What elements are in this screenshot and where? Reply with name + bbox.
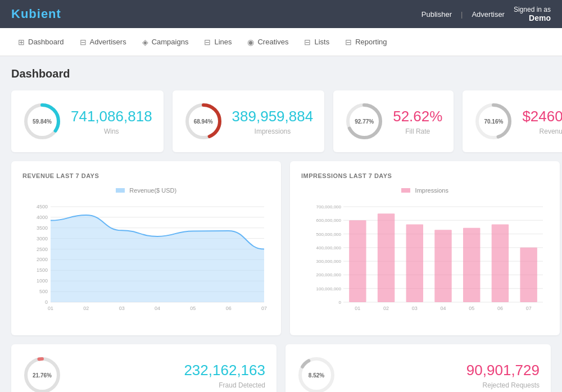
stat-value-revenue: $2460.46 (522, 108, 562, 125)
svg-text:04: 04 (155, 306, 160, 311)
svg-text:04: 04 (440, 306, 446, 311)
nav-icon: ⊟ (80, 38, 87, 47)
svg-text:01: 01 (48, 306, 53, 311)
svg-text:0: 0 (339, 300, 342, 305)
bottom-stat-fraud: 232,162,163 Fraud Detected (184, 362, 265, 389)
svg-rect-61 (463, 228, 480, 302)
stat-value-impressions: 389,959,884 (232, 108, 314, 125)
revenue-chart-card: REVENUE LAST 7 DAYS Revenue($ USD) 45004… (11, 161, 281, 335)
svg-text:3500: 3500 (37, 225, 48, 231)
nav-item-creatives[interactable]: ◉Creatives (241, 33, 295, 51)
donut-label-revenue: 70.16% (484, 118, 503, 125)
svg-rect-8 (116, 188, 125, 193)
stat-info-fill-rate: 52.62% Fill Rate (393, 108, 442, 135)
svg-rect-59 (434, 230, 451, 302)
svg-text:02: 02 (83, 306, 89, 311)
stat-info-revenue: $2460.46 Revenue (522, 108, 562, 135)
donut-fill-rate: 92.77% (345, 102, 384, 141)
donut-label-fill-rate: 92.77% (355, 118, 374, 125)
donut-label-wins: 59.84% (33, 118, 52, 125)
svg-text:4000: 4000 (37, 215, 48, 220)
donut-label-rejected: 8.52% (309, 372, 324, 379)
logo: Kubient (11, 7, 61, 21)
signed-in-info: Signed in as Demo (514, 6, 551, 22)
stat-card-impressions: 68.94% 389,959,884 Impressions (173, 90, 325, 152)
stat-value-fill-rate: 52.62% (393, 108, 442, 125)
svg-text:06: 06 (497, 306, 503, 311)
stat-card-revenue: 70.16% $2460.46 Revenue (463, 90, 562, 152)
svg-text:400,000,000: 400,000,000 (316, 245, 342, 250)
svg-text:100,000,000: 100,000,000 (316, 286, 342, 291)
stat-value-wins: 741,086,818 (71, 108, 152, 125)
svg-rect-63 (492, 225, 509, 302)
svg-text:500,000,000: 500,000,000 (316, 232, 342, 237)
svg-text:3000: 3000 (37, 236, 48, 241)
nav-icon: ◈ (142, 38, 148, 47)
stat-label-impressions: Impressions (232, 127, 314, 135)
user-name: Demo (514, 13, 551, 22)
svg-text:06: 06 (226, 306, 232, 311)
revenue-legend: Revenue($ USD) (129, 187, 176, 194)
top-bar-right: Publisher | Advertiser Signed in as Demo (422, 6, 551, 22)
nav-icon: ⊞ (18, 38, 25, 47)
nav-icon: ⊟ (304, 38, 311, 47)
impressions-chart-title: IMPRESSIONS LAST 7 DAYS (301, 172, 549, 179)
advertiser-link[interactable]: Advertiser (472, 10, 505, 19)
svg-text:07: 07 (261, 306, 267, 311)
charts-row: REVENUE LAST 7 DAYS Revenue($ USD) 45004… (11, 161, 551, 335)
stats-row: 59.84% 741,086,818 Wins 68.94% 389,959,8… (11, 90, 551, 152)
nav-item-reporting[interactable]: ⊟Reporting (338, 33, 393, 51)
bottom-card-fraud: 21.76% 232,162,163 Fraud Detected (11, 344, 277, 392)
svg-text:03: 03 (412, 306, 418, 311)
nav-item-lines[interactable]: ⊟Lines (197, 33, 238, 51)
revenue-chart-svg: 4500400035003000250020001500100050000102… (22, 198, 270, 322)
svg-rect-65 (520, 248, 537, 302)
svg-text:500: 500 (39, 289, 48, 294)
donut-revenue: 70.16% (474, 102, 513, 141)
donut-wins: 59.84% (22, 102, 62, 141)
svg-text:2500: 2500 (37, 247, 48, 252)
svg-text:1500: 1500 (37, 267, 48, 273)
page-title: Dashboard (11, 67, 551, 80)
svg-text:200,000,000: 200,000,000 (316, 272, 342, 277)
donut-label-fraud: 21.76% (33, 372, 52, 379)
svg-rect-57 (406, 225, 423, 302)
nav-item-campaigns[interactable]: ◈Campaigns (135, 33, 196, 51)
nav-item-advertisers[interactable]: ⊟Advertisers (73, 33, 133, 51)
bottom-stat-label-fraud: Fraud Detected (184, 381, 265, 389)
main-content: Dashboard 59.84% 741,086,818 Wins 68.94%… (0, 56, 562, 392)
stat-info-impressions: 389,959,884 Impressions (232, 108, 314, 135)
nav-item-lists[interactable]: ⊟Lists (297, 33, 336, 51)
stat-card-fill-rate: 92.77% 52.62% Fill Rate (333, 90, 454, 152)
revenue-chart-title: REVENUE LAST 7 DAYS (22, 172, 270, 179)
donut-fraud: 21.76% (22, 355, 62, 392)
bottom-stat-label-rejected: Rejected Requests (466, 381, 540, 389)
nav-icon: ◉ (247, 38, 254, 47)
svg-text:03: 03 (119, 306, 125, 311)
svg-text:300,000,000: 300,000,000 (316, 259, 342, 264)
donut-rejected: 8.52% (297, 355, 336, 392)
nav-bar: ⊞Dashboard⊟Advertisers◈Campaigns⊟Lines◉C… (0, 28, 562, 56)
logo-k: K (11, 7, 21, 21)
impressions-chart-svg: 700,000,000600,000,000500,000,000400,000… (301, 198, 549, 322)
stat-label-revenue: Revenue (522, 127, 562, 135)
bottom-card-rejected: 8.52% 90,901,729 Rejected Requests (285, 344, 551, 392)
svg-text:05: 05 (190, 306, 196, 311)
svg-text:600,000,000: 600,000,000 (316, 218, 342, 223)
svg-text:01: 01 (355, 306, 360, 311)
stat-card-wins: 59.84% 741,086,818 Wins (11, 90, 164, 152)
svg-rect-36 (401, 188, 410, 193)
divider: | (461, 10, 463, 19)
svg-text:1000: 1000 (37, 278, 48, 284)
impressions-legend: Impressions (415, 187, 448, 194)
donut-label-impressions: 68.94% (194, 118, 213, 125)
bottom-row: 21.76% 232,162,163 Fraud Detected 8.52% … (11, 344, 551, 392)
svg-rect-53 (349, 220, 366, 302)
nav-icon: ⊟ (345, 38, 352, 47)
impressions-chart-card: IMPRESSIONS LAST 7 DAYS Impressions 700,… (290, 161, 560, 335)
svg-text:07: 07 (526, 306, 532, 311)
publisher-link[interactable]: Publisher (422, 10, 452, 19)
nav-item-dashboard[interactable]: ⊞Dashboard (11, 33, 71, 51)
svg-text:02: 02 (383, 306, 389, 311)
stat-label-wins: Wins (71, 127, 152, 135)
